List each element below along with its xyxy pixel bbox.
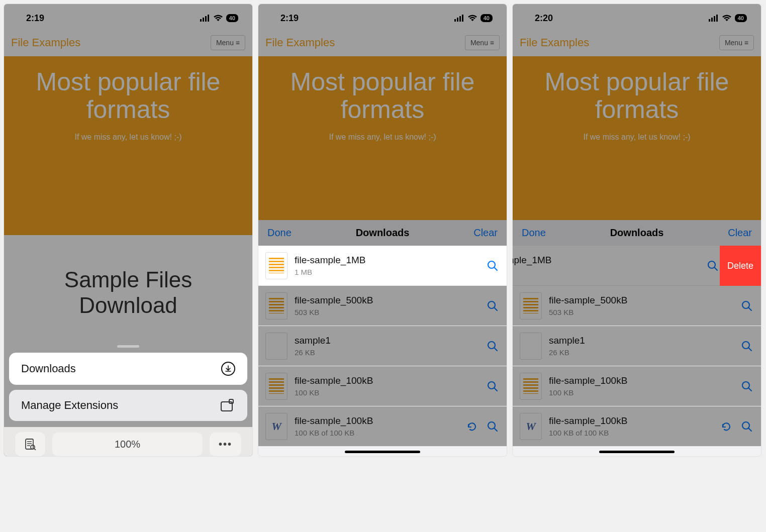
search-icon[interactable] [487, 260, 499, 272]
hero-heading: Most popular file formats [4, 68, 252, 124]
file-size: 1 MB [295, 268, 480, 276]
search-icon[interactable] [707, 260, 719, 272]
home-indicator[interactable] [599, 451, 675, 453]
file-name: sample1 [549, 335, 734, 346]
downloads-label: Downloads [21, 362, 76, 375]
zoom-level[interactable]: 100% [52, 433, 203, 456]
svg-rect-27 [711, 18, 713, 22]
svg-rect-6 [26, 439, 33, 449]
reload-icon[interactable] [466, 421, 477, 432]
status-bar: 2:19 40 [258, 4, 507, 29]
downloads-header: Done Downloads Clear [258, 220, 507, 246]
hero-banner: Most popular file formats If we miss any… [258, 56, 507, 235]
file-thumb-icon [265, 373, 288, 400]
done-button[interactable]: Done [522, 227, 546, 239]
file-name: file-sample_100kB [295, 415, 459, 427]
hero-heading: Most popular file formats [258, 68, 507, 124]
file-size: 26 KB [295, 348, 480, 357]
svg-rect-12 [454, 19, 456, 22]
wifi-icon [722, 15, 732, 22]
svg-rect-2 [205, 16, 207, 22]
file-name: file-sample_100kB [295, 375, 480, 386]
search-icon[interactable] [487, 340, 499, 352]
section-sample-files: Sample Files Download [4, 235, 252, 334]
download-item[interactable]: sample1 26 KB [513, 326, 761, 366]
downloads-list: file-sample_1MB 1 MB Delete file-sample_… [513, 246, 761, 447]
manage-extensions-row[interactable]: Manage Extensions [9, 390, 247, 421]
downloads-header: Done Downloads Clear [513, 220, 761, 246]
wifi-icon [467, 15, 477, 22]
reader-button[interactable] [15, 432, 45, 456]
svg-line-21 [494, 348, 497, 351]
search-icon[interactable] [487, 300, 499, 312]
search-icon[interactable] [741, 420, 753, 433]
screenshot-panel-1: 2:19 40 File Examples Menu ≡ Most popula… [4, 4, 252, 456]
site-title: File Examples [520, 36, 589, 49]
svg-line-31 [714, 267, 717, 270]
battery-icon: 40 [226, 14, 238, 22]
svg-line-35 [748, 348, 751, 351]
downloads-sheet: Done Downloads Clear file-sample_1MB 1 M… [513, 220, 761, 456]
download-item[interactable]: file-sample_1MB 1 MB [258, 246, 507, 286]
done-button[interactable]: Done [267, 227, 292, 239]
search-icon[interactable] [741, 380, 753, 392]
search-icon[interactable] [487, 380, 499, 392]
screenshot-panel-3: 2:20 40 File Examples Menu ≡ Most popula… [513, 4, 761, 456]
download-item[interactable]: file-sample_500kB 503 KB [258, 286, 507, 326]
download-item[interactable]: sample1 26 KB [258, 326, 507, 366]
svg-rect-0 [200, 19, 202, 22]
file-size: 1 MB [513, 268, 700, 276]
menu-button[interactable]: Menu ≡ [211, 35, 245, 50]
file-name: file-sample_500kB [295, 295, 480, 306]
download-icon [221, 362, 235, 376]
download-item[interactable]: file-sample_100kB 100 KB [513, 366, 761, 406]
svg-rect-15 [462, 15, 463, 22]
svg-rect-3 [208, 15, 209, 22]
svg-line-25 [494, 428, 497, 431]
search-icon[interactable] [741, 300, 753, 312]
site-title: File Examples [11, 36, 80, 49]
delete-button[interactable]: Delete [720, 246, 761, 286]
file-name: file-sample_1MB [513, 255, 700, 266]
file-name: sample1 [295, 335, 480, 346]
svg-rect-29 [716, 15, 718, 22]
download-item[interactable]: file-sample_1MB 1 MB [513, 246, 727, 286]
file-thumb-icon [520, 292, 542, 320]
svg-line-23 [494, 388, 497, 391]
download-item[interactable]: file-sample_100kB 100 KB [258, 366, 507, 406]
clear-button[interactable]: Clear [473, 227, 498, 239]
hero-subtitle: If we miss any, let us know! ;-) [583, 133, 690, 142]
file-size: 100 KB of 100 KB [295, 429, 459, 437]
status-time: 2:19 [280, 13, 299, 24]
search-icon[interactable] [487, 420, 499, 433]
file-name: file-sample_100kB [549, 415, 714, 427]
more-button[interactable]: ••• [210, 433, 241, 456]
home-indicator[interactable] [345, 451, 420, 453]
download-item[interactable]: W file-sample_100kB 100 KB of 100 KB [258, 406, 507, 447]
downloads-title: Downloads [610, 227, 664, 239]
search-icon[interactable] [741, 340, 753, 352]
clear-button[interactable]: Clear [728, 227, 752, 239]
svg-line-37 [748, 388, 751, 391]
file-size: 503 KB [295, 308, 480, 316]
svg-rect-28 [714, 16, 715, 22]
download-item[interactable]: W file-sample_100kB 100 KB of 100 KB [513, 406, 761, 447]
file-thumb-icon: W [520, 413, 542, 440]
downloads-list: file-sample_1MB 1 MB file-sample_500kB 5… [258, 246, 507, 447]
menu-button[interactable]: Menu ≡ [465, 35, 500, 50]
cellular-icon [200, 15, 210, 22]
download-item[interactable]: file-sample_500kB 503 KB [513, 286, 761, 326]
hero-subtitle: If we miss any, let us know! ;-) [74, 133, 181, 142]
extension-icon [220, 399, 235, 412]
svg-line-19 [494, 307, 497, 310]
downloads-row[interactable]: Downloads [9, 353, 247, 385]
site-header: File Examples Menu ≡ [4, 29, 252, 56]
sheet-grabber[interactable] [117, 345, 139, 348]
svg-line-17 [494, 267, 497, 270]
site-title: File Examples [265, 36, 335, 49]
reload-icon[interactable] [721, 421, 732, 432]
file-size: 26 KB [549, 348, 734, 357]
menu-button[interactable]: Menu ≡ [719, 35, 754, 50]
section-title: Sample Files Download [4, 235, 252, 334]
screenshot-panel-2: 2:19 40 File Examples Menu ≡ Most popula… [258, 4, 507, 456]
